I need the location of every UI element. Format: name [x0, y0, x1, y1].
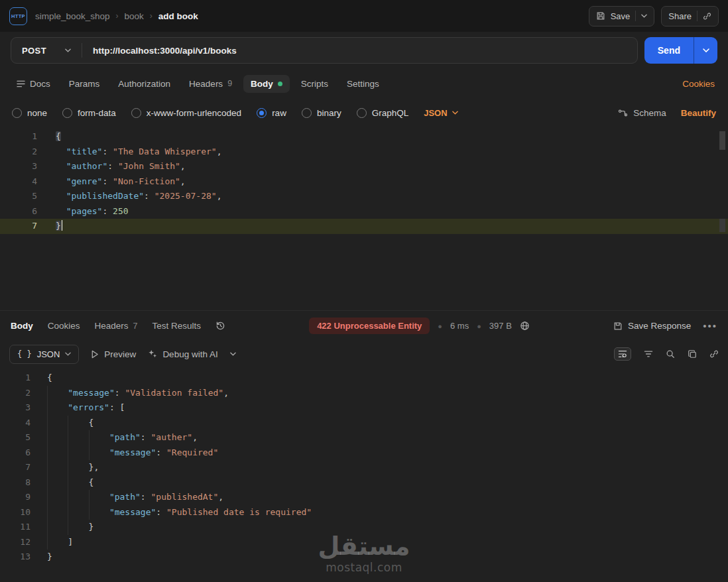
docs-icon: [17, 80, 25, 87]
code-line[interactable]: 4{: [0, 416, 728, 431]
preview-button[interactable]: Preview: [91, 349, 136, 359]
tab-scripts[interactable]: Scripts: [294, 75, 335, 93]
tab-authorization[interactable]: Authorization: [111, 75, 178, 93]
save-response-button[interactable]: Save Response: [613, 321, 691, 331]
response-tab-headers[interactable]: Headers 7: [95, 321, 138, 331]
code-line[interactable]: 1{: [0, 129, 728, 145]
link-icon[interactable]: [703, 12, 711, 21]
response-toolbar: { } JSON Preview Debug with AI: [0, 341, 728, 367]
raw-format-select[interactable]: JSON: [424, 108, 457, 118]
divider: ●: [477, 322, 481, 330]
code-line[interactable]: 11}: [0, 520, 728, 535]
code-line[interactable]: 4 "genre": "Non-Fiction",: [0, 174, 728, 190]
tab-headers[interactable]: Headers 9: [182, 75, 239, 93]
body-type-graphql[interactable]: GraphQL: [357, 108, 409, 118]
url-input[interactable]: http://localhost:3000/api/v1/books: [82, 46, 637, 56]
code-line[interactable]: 9"path": "publishedAt",: [0, 490, 728, 505]
send-options-button[interactable]: [694, 37, 717, 64]
tab-label: Headers: [95, 321, 129, 331]
preview-label: Preview: [104, 349, 136, 359]
beautify-button[interactable]: Beautify: [681, 108, 716, 118]
indent-guide: [47, 386, 68, 401]
schema-button[interactable]: Schema: [618, 108, 666, 118]
line-number: 10: [0, 505, 30, 520]
chevron-down-icon: [452, 111, 458, 115]
save-button[interactable]: Save: [589, 6, 655, 27]
copy-icon[interactable]: [688, 349, 697, 359]
body-type-label: GraphQL: [372, 108, 409, 118]
debug-ai-label: Debug with AI: [162, 349, 217, 359]
modified-dot-icon: [278, 82, 282, 86]
code-line[interactable]: 12]: [0, 535, 728, 550]
chevron-down-icon[interactable]: [641, 14, 647, 18]
indent-guide: [68, 416, 88, 431]
send-button[interactable]: Send: [644, 37, 694, 64]
chevron-down-icon[interactable]: [230, 352, 236, 356]
code-line[interactable]: 2 "title": "The Data Whisperer",: [0, 145, 728, 160]
code-line[interactable]: 13}: [0, 550, 728, 565]
response-tab-cookies[interactable]: Cookies: [48, 321, 80, 331]
breadcrumb-request[interactable]: add book: [158, 11, 198, 21]
save-response-icon: [613, 321, 623, 331]
ai-sparkle-icon: [148, 349, 157, 359]
line-number: 7: [0, 460, 30, 475]
code-line[interactable]: 2"message": "Validation failed",: [0, 386, 728, 401]
scrollbar-thumb[interactable]: [719, 131, 725, 150]
tab-settings[interactable]: Settings: [339, 75, 387, 93]
code-line[interactable]: 3"errors": [: [0, 400, 728, 416]
request-tabs: Docs Params Authorization Headers 9 Body…: [0, 69, 728, 98]
body-type-form-data[interactable]: form-data: [62, 108, 116, 118]
more-options-icon[interactable]: •••: [703, 320, 717, 331]
share-button[interactable]: Share: [661, 6, 719, 27]
code-line[interactable]: 7},: [0, 460, 728, 475]
schema-label: Schema: [633, 108, 666, 118]
line-number: 3: [0, 400, 30, 416]
filter-icon[interactable]: [644, 350, 653, 358]
body-type-raw[interactable]: raw: [257, 108, 286, 118]
response-headers-count: 7: [133, 321, 138, 331]
code-line[interactable]: 3 "author": "John Smith",: [0, 159, 728, 174]
tab-body[interactable]: Body: [243, 75, 290, 93]
indent-guide: [47, 460, 68, 475]
raw-format-label: JSON: [424, 108, 447, 118]
method-select[interactable]: POST: [11, 46, 82, 56]
code-line[interactable]: 10"message": "Published date is required…: [0, 505, 728, 520]
code-line[interactable]: 8{: [0, 475, 728, 491]
cookies-link[interactable]: Cookies: [682, 79, 719, 89]
scrollbar-cursor-mark: [719, 219, 725, 232]
send-button-group: Send: [644, 37, 717, 64]
breadcrumb-collection[interactable]: simple_book_shop: [35, 11, 110, 21]
response-tab-body[interactable]: Body: [11, 321, 33, 331]
link-icon[interactable]: [709, 349, 719, 359]
code-line[interactable]: 5"path": "auther",: [0, 430, 728, 445]
debug-ai-button[interactable]: Debug with AI: [148, 349, 217, 359]
code-line[interactable]: 6"message": "Required": [0, 445, 728, 461]
indent-guide: [47, 430, 68, 445]
body-type-urlencoded[interactable]: x-www-form-urlencoded: [131, 108, 241, 118]
body-type-label: x-www-form-urlencoded: [147, 108, 241, 118]
share-button-label: Share: [668, 11, 692, 21]
tab-docs[interactable]: Docs: [9, 75, 58, 93]
word-wrap-toggle[interactable]: [614, 347, 631, 361]
divider: [635, 11, 636, 21]
code-line[interactable]: 6 "pages": 250: [0, 204, 728, 219]
radio-icon: [302, 108, 312, 118]
response-body-viewer[interactable]: 1{2"message": "Validation failed",3"erro…: [0, 367, 728, 582]
line-number: 2: [0, 386, 30, 401]
code-line[interactable]: 5 "publishedDate": "2025-07-28",: [0, 189, 728, 204]
line-number: 5: [0, 430, 30, 445]
request-body-editor[interactable]: 1{2 "title": "The Data Whisperer",3 "aut…: [0, 127, 728, 310]
body-type-none[interactable]: none: [12, 108, 47, 118]
code-line[interactable]: 7}: [0, 219, 728, 234]
response-format-select[interactable]: { } JSON: [9, 345, 79, 364]
body-type-binary[interactable]: binary: [302, 108, 341, 118]
globe-icon[interactable]: [520, 321, 530, 331]
tab-params[interactable]: Params: [62, 75, 107, 93]
code-line[interactable]: 1{: [0, 371, 728, 386]
line-number: 8: [0, 475, 30, 491]
response-history-icon[interactable]: [215, 321, 225, 331]
response-tab-tests[interactable]: Test Results: [152, 321, 202, 331]
breadcrumb-folder[interactable]: book: [125, 11, 144, 21]
search-icon[interactable]: [666, 349, 675, 359]
line-number: 4: [0, 416, 30, 431]
